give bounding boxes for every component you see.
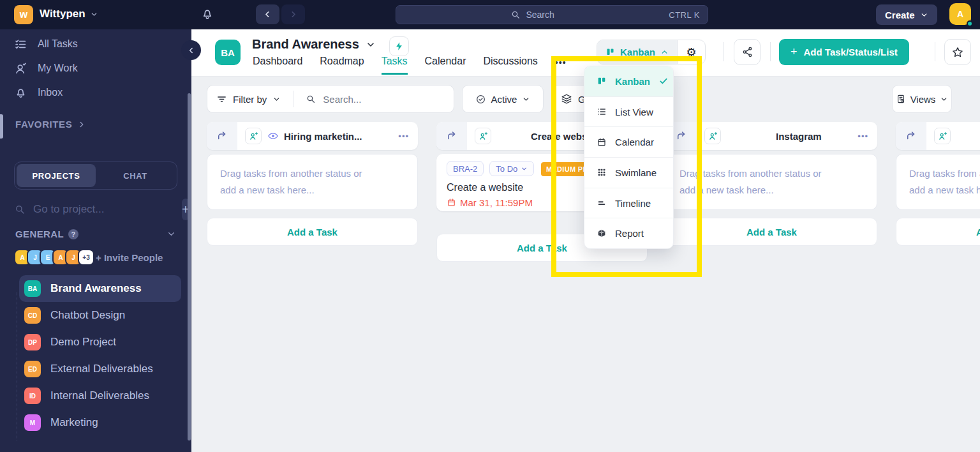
create-button[interactable]: Create	[876, 4, 937, 25]
project-icon: M	[24, 414, 41, 431]
sidebar-collapse-button[interactable]	[181, 40, 201, 60]
sidebar-project-marketing[interactable]: M Marketing	[19, 409, 181, 436]
task-search-input[interactable]	[322, 93, 430, 105]
placeholder-line: Drag tasks from another status or	[909, 165, 980, 182]
favorite-star-button[interactable]	[944, 39, 971, 65]
assign-people-button[interactable]	[475, 128, 491, 144]
chevron-down-icon	[940, 95, 948, 103]
sidebar-item-inbox[interactable]: Inbox	[0, 80, 191, 105]
help-icon[interactable]: ?	[68, 229, 78, 239]
views-label: Views	[910, 94, 936, 105]
star-icon	[951, 46, 964, 59]
sidebar-project-brand-awareness[interactable]: BA Brand Awareness	[19, 275, 181, 302]
menu-item-calendar[interactable]: Calendar	[584, 126, 673, 157]
general-section-header[interactable]: GENERAL ?	[15, 229, 176, 239]
create-label: Create	[885, 10, 915, 20]
share-button[interactable]	[734, 39, 761, 65]
assign-people-button[interactable]	[704, 128, 721, 144]
assign-people-button[interactable]	[934, 128, 951, 144]
circle-check-icon	[475, 94, 486, 105]
menu-item-timeline[interactable]: Timeline	[584, 188, 673, 218]
tab-tasks[interactable]: Tasks	[382, 56, 408, 75]
automation-button[interactable]	[389, 36, 409, 56]
menu-item-report[interactable]: Report	[584, 218, 673, 248]
forward-arrow-icon	[905, 130, 917, 142]
chevron-right-icon	[288, 10, 298, 19]
menu-item-label: List View	[615, 107, 653, 117]
column-header-hiring[interactable]: Hiring marketin... •••	[207, 122, 418, 150]
project-search-input[interactable]	[32, 202, 175, 216]
project-icon: DP	[24, 334, 41, 350]
user-avatar[interactable]: A	[949, 3, 971, 25]
filter-by-button[interactable]: Filter by	[233, 94, 267, 105]
sidebar-item-all-tasks[interactable]: All Tasks	[0, 32, 191, 56]
calendar-icon	[597, 137, 607, 147]
favorites-label: FAVORITES	[15, 119, 72, 130]
invite-people-button[interactable]: + Invite People	[96, 252, 163, 263]
menu-item-label: Timeline	[615, 198, 651, 209]
placeholder-line: Drag tasks from another status or	[220, 165, 405, 182]
chevron-down-icon	[366, 40, 376, 50]
timeline-icon	[597, 198, 607, 208]
column-forward-zone[interactable]	[207, 122, 237, 150]
sidebar-project-internal-deliverables[interactable]: ID Internal Deliverables	[19, 382, 181, 409]
notifications-bell-icon[interactable]	[200, 7, 214, 21]
search-shortcut: CTRL K	[669, 10, 700, 20]
tab-projects[interactable]: PROJECTS	[17, 164, 96, 187]
menu-item-list-view[interactable]: List View	[584, 96, 673, 127]
menu-item-label: Calendar	[615, 137, 654, 147]
column-header-4[interactable]	[896, 122, 980, 150]
column-forward-zone[interactable]	[896, 122, 926, 150]
person-add-icon	[249, 132, 258, 141]
search-placeholder: Search	[526, 10, 554, 20]
sidebar-segmented-control: PROJECTS CHAT	[14, 162, 177, 190]
add-task-button[interactable]: Add a Task	[896, 218, 980, 246]
online-status-dot	[967, 20, 973, 27]
workspace-logo[interactable]: w	[14, 5, 33, 24]
tab-calendar[interactable]: Calendar	[425, 56, 466, 75]
menu-item-swimlane[interactable]: Swimlane	[584, 157, 673, 188]
divider	[293, 91, 293, 107]
status-filter-button[interactable]: Active	[462, 85, 544, 113]
task-id-badge: BRA-2	[447, 161, 484, 176]
view-switcher-menu: Kanban List View Calendar Swimlane	[584, 66, 674, 249]
member-avatar-stack[interactable]: A J E A J +3	[14, 249, 94, 266]
column-forward-zone[interactable]	[436, 122, 467, 150]
assign-people-button[interactable]	[245, 128, 262, 144]
column-title: Hiring marketin...	[284, 131, 362, 142]
column-menu-button[interactable]: •••	[858, 132, 868, 141]
placeholder-line: Drag tasks from another status or	[679, 165, 864, 182]
add-task-status-list-button[interactable]: + Add Task/Status/List	[779, 39, 909, 65]
lightning-icon	[394, 41, 404, 51]
tab-chat[interactable]: CHAT	[96, 164, 175, 187]
sidebar-scrollbar[interactable]	[188, 93, 191, 441]
tab-roadmap[interactable]: Roadmap	[320, 56, 364, 75]
workspace-switcher[interactable]: Wittypen	[40, 8, 98, 20]
general-label: GENERAL	[15, 229, 64, 239]
sidebar-item-my-work[interactable]: My Work	[0, 56, 191, 80]
menu-item-kanban[interactable]: Kanban	[584, 66, 673, 96]
global-search-input[interactable]: Search CTRL K	[396, 5, 708, 24]
share-icon	[741, 46, 754, 58]
project-name: Brand Awareness	[50, 282, 142, 295]
sidebar-item-label: My Work	[38, 63, 78, 74]
sidebar-project-chatbot-design[interactable]: CD Chatbot Design	[19, 302, 181, 329]
project-title-dropdown[interactable]: Brand Awareness	[252, 37, 376, 52]
watch-eye-icon[interactable]	[267, 130, 279, 142]
sidebar-project-demo-project[interactable]: DP Demo Project	[19, 329, 181, 356]
chevron-down-icon	[521, 165, 528, 172]
project-name: Chatbot Design	[50, 309, 125, 322]
divider	[723, 42, 724, 61]
avatar-initial: A	[957, 9, 963, 19]
forward-button[interactable]	[281, 4, 305, 24]
column-menu-button[interactable]: •••	[398, 132, 409, 141]
favorites-section-toggle[interactable]: FAVORITES	[15, 119, 86, 130]
project-name: External Deliverables	[50, 363, 153, 375]
tab-dashboard[interactable]: Dashboard	[253, 56, 302, 75]
tab-discussions[interactable]: Discussions	[484, 56, 538, 75]
sidebar-project-external-deliverables[interactable]: ED External Deliverables	[19, 356, 181, 382]
views-button[interactable]: Views	[892, 85, 952, 113]
task-status-dropdown[interactable]: To Do	[489, 161, 534, 176]
add-task-button[interactable]: Add a Task	[207, 218, 418, 246]
back-button[interactable]	[256, 4, 279, 24]
